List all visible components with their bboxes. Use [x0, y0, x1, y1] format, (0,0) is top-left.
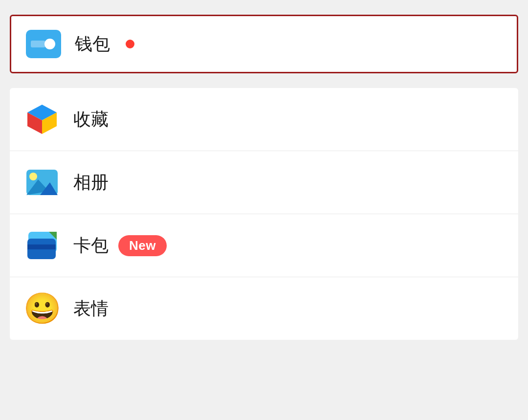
album-icon — [24, 165, 60, 200]
cards-item[interactable]: 卡包 New — [10, 214, 518, 277]
menu-section: 收藏 相册 — [10, 88, 518, 340]
svg-rect-11 — [27, 244, 56, 249]
album-label: 相册 — [73, 171, 109, 195]
emoji-item[interactable]: 😀 表情 — [10, 277, 518, 340]
wallet-icon — [26, 30, 61, 58]
favorites-item[interactable]: 收藏 — [10, 88, 518, 151]
wallet-content: 钱包 — [75, 32, 134, 56]
emoji-icon: 😀 — [24, 291, 60, 326]
notification-dot — [126, 40, 134, 48]
card-icon — [24, 228, 60, 263]
cube-icon — [24, 102, 60, 137]
emoji-label: 表情 — [73, 297, 109, 321]
favorites-label: 收藏 — [73, 108, 109, 132]
album-item[interactable]: 相册 — [10, 151, 518, 214]
svg-point-4 — [29, 173, 37, 180]
new-badge: New — [118, 235, 167, 256]
cards-content: 卡包 New — [73, 234, 167, 258]
wallet-label: 钱包 — [75, 32, 110, 56]
cards-label: 卡包 — [73, 234, 109, 258]
wallet-item[interactable]: 钱包 — [10, 15, 518, 73]
page-container: 钱包 收藏 — [0, 0, 528, 420]
